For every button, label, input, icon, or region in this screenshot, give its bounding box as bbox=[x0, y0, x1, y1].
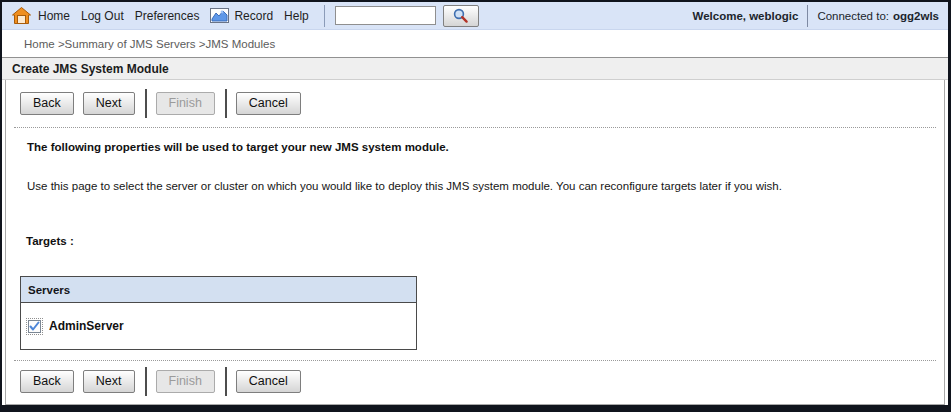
nav-preferences-link[interactable]: Preferences bbox=[135, 9, 200, 23]
adminserver-checkbox[interactable] bbox=[27, 319, 42, 334]
session-divider bbox=[807, 5, 808, 27]
button-group-divider bbox=[145, 367, 147, 396]
session-info: Welcome, weblogic Connected to: ogg2wls bbox=[693, 5, 940, 27]
section-divider bbox=[14, 127, 936, 128]
wizard-description: Use this page to select the server or cl… bbox=[27, 180, 938, 192]
finish-button[interactable]: Finish bbox=[156, 92, 215, 115]
connected-domain: ogg2wls bbox=[893, 10, 939, 22]
wizard-content: Back Next Finish Cancel The following pr… bbox=[5, 80, 945, 405]
console-page: Home Log Out Preferences Record Help bbox=[2, 2, 948, 405]
checked-checkbox-icon bbox=[28, 320, 41, 333]
button-group-divider bbox=[225, 367, 227, 396]
search-button[interactable] bbox=[443, 5, 479, 27]
finish-button[interactable]: Finish bbox=[156, 370, 215, 393]
top-toolbar: Home Log Out Preferences Record Help bbox=[2, 2, 948, 30]
record-chart-icon[interactable] bbox=[210, 8, 229, 23]
welcome-text: Welcome, weblogic bbox=[693, 10, 799, 22]
cancel-button[interactable]: Cancel bbox=[236, 370, 301, 393]
button-group-divider bbox=[145, 89, 147, 118]
button-group-divider bbox=[225, 89, 227, 118]
servers-table: Servers AdminServer bbox=[20, 276, 417, 350]
back-button[interactable]: Back bbox=[20, 370, 74, 393]
nav-logout-link[interactable]: Log Out bbox=[81, 9, 124, 23]
search-input[interactable] bbox=[335, 6, 436, 25]
window-frame: Home Log Out Preferences Record Help bbox=[0, 0, 951, 412]
breadcrumb-home[interactable]: Home bbox=[24, 38, 55, 50]
breadcrumb-separator: > bbox=[196, 38, 206, 50]
bottom-whitespace bbox=[12, 396, 938, 404]
nav-record-link[interactable]: Record bbox=[234, 9, 273, 23]
page-title-bar: Create JMS System Module bbox=[2, 57, 948, 80]
wizard-buttons-bottom: Back Next Finish Cancel bbox=[12, 367, 938, 396]
wizard-intro-text: The following properties will be used to… bbox=[27, 141, 938, 153]
connected-label: Connected to: bbox=[817, 10, 889, 22]
breadcrumb-jms-modules[interactable]: JMS Modules bbox=[206, 38, 276, 50]
wizard-buttons-top: Back Next Finish Cancel bbox=[12, 89, 938, 118]
servers-table-header: Servers bbox=[21, 277, 416, 303]
server-name: AdminServer bbox=[49, 319, 124, 333]
back-button[interactable]: Back bbox=[20, 92, 74, 115]
table-row: AdminServer bbox=[21, 303, 416, 349]
toolbar-divider bbox=[324, 5, 325, 27]
breadcrumb: Home > Summary of JMS Servers > JMS Modu… bbox=[2, 30, 948, 57]
nav-help-link[interactable]: Help bbox=[284, 9, 309, 23]
magnifier-icon bbox=[452, 8, 469, 24]
breadcrumb-separator: > bbox=[55, 38, 65, 50]
section-divider bbox=[14, 360, 936, 361]
nav-home-link[interactable]: Home bbox=[38, 9, 70, 23]
page-title: Create JMS System Module bbox=[12, 62, 169, 76]
cancel-button[interactable]: Cancel bbox=[236, 92, 301, 115]
next-button[interactable]: Next bbox=[83, 92, 135, 115]
breadcrumb-jms-servers[interactable]: Summary of JMS Servers bbox=[65, 38, 196, 50]
next-button[interactable]: Next bbox=[83, 370, 135, 393]
home-icon[interactable] bbox=[12, 7, 31, 24]
targets-label: Targets : bbox=[26, 235, 938, 247]
